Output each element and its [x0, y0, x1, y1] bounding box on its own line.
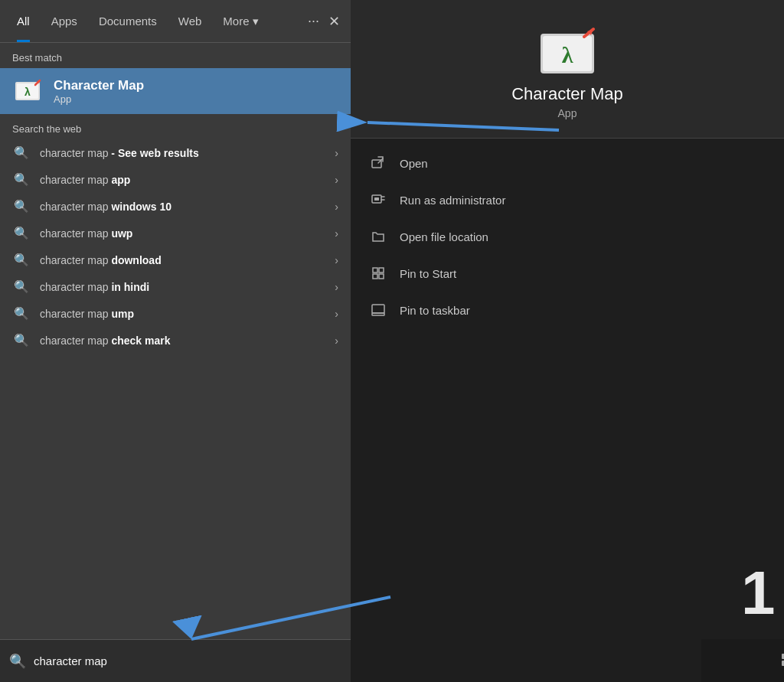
search-icon-3: 🔍: [12, 226, 31, 240]
search-window: All Apps Documents Web More ▾ ··· ✕ Best…: [0, 0, 351, 682]
result-item-3[interactable]: 🔍 character map uwp ›: [0, 220, 351, 246]
chevron-right-icon-6: ›: [335, 308, 338, 320]
result-item-2[interactable]: 🔍 character map windows 10 ›: [0, 193, 351, 220]
result-item-6[interactable]: 🔍 character map ump ›: [0, 300, 351, 327]
tabs-bar: All Apps Documents Web More ▾ ··· ✕: [0, 0, 351, 43]
search-icon-1: 🔍: [12, 172, 31, 187]
web-section-label: Search the web: [0, 114, 351, 139]
best-match-item[interactable]: λ Character Map App: [0, 68, 351, 114]
chevron-right-icon-5: ›: [335, 281, 338, 293]
task-view-button[interactable]: [773, 644, 784, 677]
best-match-type: App: [54, 93, 144, 105]
chevron-down-icon: ▾: [253, 15, 259, 28]
chevron-right-icon-0: ›: [335, 147, 338, 159]
tab-more[interactable]: More ▾: [212, 0, 269, 42]
svg-rect-11: [373, 268, 377, 272]
pin-to-taskbar-icon: [369, 301, 387, 319]
search-icon-2: 🔍: [12, 199, 31, 214]
search-input[interactable]: [34, 654, 341, 667]
svg-rect-10: [374, 197, 379, 201]
more-options-button[interactable]: ···: [303, 10, 324, 32]
chevron-right-icon-7: ›: [335, 334, 338, 347]
result-item-0[interactable]: 🔍 character map - See web results ›: [0, 139, 351, 166]
result-item-4[interactable]: 🔍 character map download ›: [0, 246, 351, 273]
app-icon-small: λ: [12, 76, 43, 106]
svg-rect-14: [379, 274, 384, 279]
result-text-1: character map app: [40, 174, 325, 186]
search-bar: 🔍: [0, 639, 351, 682]
app-detail-type: App: [558, 107, 577, 119]
action-run-as-admin[interactable]: Run as administrator: [351, 181, 784, 218]
app-detail-icon: λ: [537, 23, 598, 84]
search-icon-0: 🔍: [12, 145, 31, 160]
best-match-label: Best match: [0, 43, 351, 68]
svg-text:λ: λ: [562, 42, 573, 67]
result-item-7[interactable]: 🔍 character map check mark ›: [0, 327, 351, 354]
run-as-admin-icon: [369, 191, 387, 209]
search-icon-4: 🔍: [12, 253, 31, 267]
results-panel: Best match λ Character Map App Search th…: [0, 43, 351, 639]
action-pin-to-taskbar[interactable]: Pin to taskbar: [351, 292, 784, 328]
chevron-right-icon-4: ›: [335, 254, 338, 266]
best-match-text: Character Map App: [54, 78, 144, 105]
file-location-icon: [369, 227, 387, 246]
search-icon-6: 🔍: [12, 306, 31, 321]
tab-all[interactable]: All: [6, 0, 41, 42]
best-match-name: Character Map: [54, 78, 144, 93]
result-text-7: character map check mark: [40, 334, 325, 347]
chevron-right-icon-3: ›: [335, 227, 338, 240]
result-text-3: character map uwp: [40, 227, 325, 240]
svg-rect-15: [372, 305, 384, 313]
result-item-1[interactable]: 🔍 character map app ›: [0, 166, 351, 193]
result-text-4: character map download: [40, 254, 325, 266]
chevron-right-icon-1: ›: [335, 174, 338, 186]
result-item-5[interactable]: 🔍 character map in hindi ›: [0, 273, 351, 300]
search-bar-icon: 🔍: [9, 653, 26, 670]
search-icon-5: 🔍: [12, 279, 31, 294]
chevron-right-icon-2: ›: [335, 201, 338, 213]
result-text-6: character map ump: [40, 308, 325, 320]
result-text-5: character map in hindi: [40, 281, 325, 293]
svg-rect-16: [372, 313, 384, 315]
open-icon: [369, 154, 387, 172]
result-text-2: character map windows 10: [40, 201, 325, 213]
annotation-1: 1: [741, 558, 776, 628]
svg-text:λ: λ: [24, 86, 31, 98]
action-pin-to-start[interactable]: Pin to Start: [351, 255, 784, 292]
tab-apps[interactable]: Apps: [41, 0, 88, 42]
pin-to-start-icon: [369, 264, 387, 282]
tab-documents[interactable]: Documents: [88, 0, 168, 42]
search-icon-7: 🔍: [12, 333, 31, 348]
action-open-file-location[interactable]: Open file location: [351, 218, 784, 255]
taskbar: X W P: [701, 639, 784, 682]
svg-rect-12: [379, 268, 384, 272]
app-detail-name: Character Map: [511, 84, 623, 104]
svg-rect-13: [373, 274, 377, 279]
charmap-icon-svg: λ: [14, 77, 41, 105]
tab-web[interactable]: Web: [168, 0, 213, 42]
action-open[interactable]: Open: [351, 145, 784, 181]
actions-list: Open Run as administrator Open file loca…: [351, 139, 784, 334]
close-button[interactable]: ✕: [324, 10, 345, 33]
app-detail: λ Character Map App: [351, 0, 784, 139]
result-text-0: character map - See web results: [40, 147, 325, 159]
right-panel: λ Character Map App Open: [351, 0, 784, 682]
